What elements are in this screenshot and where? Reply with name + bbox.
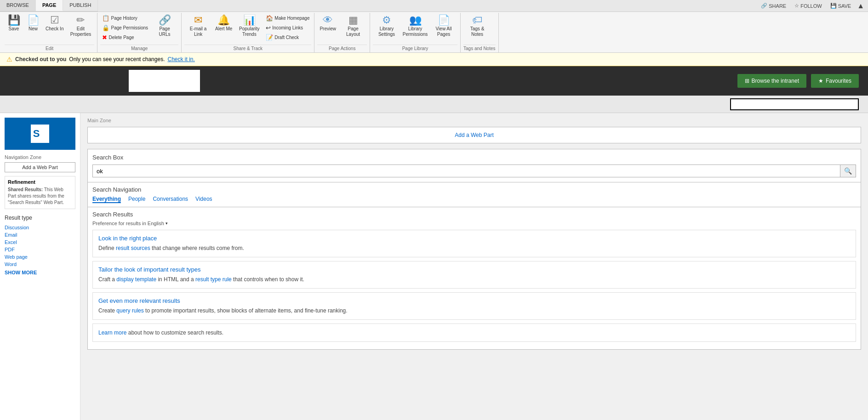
ribbon-collapse[interactable]: ▲ bbox=[857, 2, 864, 10]
alert-icon: 🔔 bbox=[217, 15, 230, 25]
delete-page-label: Delete Page bbox=[108, 35, 134, 40]
make-homepage-button[interactable]: 🏠 Make Homepage bbox=[264, 14, 311, 23]
card2-link1[interactable]: display template bbox=[116, 276, 156, 283]
page-layout-button[interactable]: ▦ Page Layout bbox=[339, 14, 367, 39]
search-nav-section: Search Navigation Everything People Conv… bbox=[87, 182, 861, 207]
alert-me-label: Alert Me bbox=[215, 26, 232, 32]
popularity-trends-label: Popularity Trends bbox=[238, 26, 261, 37]
nav-add-webpart-button[interactable]: Add a Web Part bbox=[5, 162, 75, 172]
result-type-webpage[interactable]: Web page bbox=[5, 253, 75, 261]
result-card-3-title[interactable]: Get even more relevant results bbox=[98, 297, 850, 304]
edit-properties-label: Edit Properties bbox=[69, 26, 92, 37]
main-layout: S ▶ Navigation Zone Add a Web Part Refin… bbox=[0, 113, 868, 420]
shared-results-label: Shared Results: bbox=[8, 187, 43, 192]
checkin-link[interactable]: Check it in. bbox=[167, 56, 194, 62]
follow-icon: ☆ bbox=[794, 3, 799, 9]
search-submit-button[interactable]: 🔍 bbox=[840, 165, 856, 177]
search-results-section: Search Results Preference for results in… bbox=[87, 207, 861, 350]
alert-me-button[interactable]: 🔔 Alert Me bbox=[213, 14, 234, 33]
card4-learn-more-link[interactable]: Learn more bbox=[98, 329, 126, 336]
tab-page[interactable]: PAGE bbox=[36, 0, 63, 11]
result-card-4-body: Learn more about how to customize search… bbox=[98, 329, 850, 337]
refinement-box: Refinement Shared Results: This Web Part… bbox=[5, 176, 75, 209]
nav-everything[interactable]: Everything bbox=[92, 196, 121, 203]
delete-page-button[interactable]: ✖ Delete Page bbox=[100, 33, 150, 42]
library-permissions-button[interactable]: 👥 Library Permissions bbox=[401, 14, 429, 39]
result-card-1-title[interactable]: Look in the right place bbox=[98, 235, 850, 242]
library-settings-button[interactable]: ⚙ Library Settings bbox=[373, 14, 400, 39]
edit-group-label: Edit bbox=[5, 45, 94, 52]
result-type-email[interactable]: Email bbox=[5, 231, 75, 238]
nav-conversations[interactable]: Conversations bbox=[153, 196, 188, 203]
card2-text-end: that controls when to show it. bbox=[232, 276, 304, 283]
card2-text-start: Craft a bbox=[98, 276, 116, 283]
favourites-button[interactable]: ★ Favourites bbox=[811, 74, 859, 88]
card3-text-mid: to promote important results, show block… bbox=[144, 307, 348, 314]
draft-check-button[interactable]: 📝 Draft Check bbox=[264, 33, 311, 42]
card1-text-start: Define bbox=[98, 245, 116, 251]
result-type-pdf[interactable]: PDF bbox=[5, 246, 75, 253]
search-box-section: Search Box 🔍 bbox=[87, 149, 861, 182]
make-homepage-label: Make Homepage bbox=[274, 16, 309, 21]
search-icon: 🔍 bbox=[844, 167, 852, 175]
preference-dropdown-arrow[interactable]: ▾ bbox=[166, 221, 168, 226]
preference-label: Preference for results in English bbox=[92, 221, 164, 226]
main-content: Main Zone Add a Web Part Search Box 🔍 Se… bbox=[80, 113, 868, 420]
nav-videos[interactable]: Videos bbox=[195, 196, 212, 203]
new-button[interactable]: 📄 New bbox=[24, 14, 42, 33]
ribbon-group-manage: 📋 Page History 🔒 Page Permissions ✖ Dele… bbox=[97, 13, 182, 52]
save-ribbon-button[interactable]: 💾 SAVE bbox=[828, 2, 854, 10]
sharepoint-logo: S ▶ bbox=[31, 125, 49, 143]
tags-notes-button[interactable]: 🏷 Tags & Notes bbox=[463, 14, 491, 39]
view-all-pages-button[interactable]: 📄 View All Pages bbox=[430, 14, 457, 39]
edit-properties-button[interactable]: ✏ Edit Properties bbox=[67, 14, 94, 39]
card2-link2[interactable]: result type rule bbox=[195, 276, 232, 283]
card1-link1[interactable]: result sources bbox=[116, 245, 150, 251]
page-history-button[interactable]: 📋 Page History bbox=[100, 14, 150, 23]
result-type-excel[interactable]: Excel bbox=[5, 238, 75, 246]
add-webpart-link[interactable]: Add a Web Part bbox=[455, 132, 494, 138]
follow-button[interactable]: ☆ FOLLOW bbox=[792, 2, 824, 10]
site-logo-box bbox=[129, 70, 200, 92]
tab-publish[interactable]: PUBLISH bbox=[63, 0, 98, 11]
card3-text-start: Create bbox=[98, 307, 116, 314]
result-card-2: Tailor the look of important result type… bbox=[92, 261, 856, 289]
ribbon-groups: 💾 Save 📄 New ☑ Check In ✏ Edit Propertie… bbox=[0, 12, 868, 52]
show-more-button[interactable]: SHOW MORE bbox=[5, 270, 75, 275]
edit-icon: ✏ bbox=[76, 15, 85, 25]
preview-button[interactable]: 👁 Preview bbox=[317, 14, 338, 33]
checkin-button[interactable]: ☑ Check In bbox=[43, 14, 66, 33]
browse-intranet-button[interactable]: ⊞ Browse the intranet bbox=[737, 74, 806, 88]
search-nav-title: Search Navigation bbox=[92, 186, 856, 193]
result-card-3: Get even more relevant results Create qu… bbox=[92, 292, 856, 320]
search-input[interactable] bbox=[93, 165, 840, 177]
preview-label: Preview bbox=[320, 26, 336, 32]
nav-people[interactable]: People bbox=[128, 196, 145, 203]
result-card-2-title[interactable]: Tailor the look of important result type… bbox=[98, 266, 850, 273]
ribbon-group-edit: 💾 Save 📄 New ☑ Check In ✏ Edit Propertie… bbox=[2, 13, 97, 52]
tab-browse[interactable]: BROWSE bbox=[0, 0, 36, 11]
browse-intranet-label: Browse the intranet bbox=[752, 78, 799, 84]
search-input-row: 🔍 bbox=[92, 165, 856, 177]
card1-text-mid: that change where results come from. bbox=[150, 245, 244, 251]
ribbon-group-pageactions: 👁 Preview ▦ Page Layout Page Actions bbox=[314, 13, 370, 52]
popularity-trends-button[interactable]: 📊 Popularity Trends bbox=[235, 14, 263, 39]
incoming-links-label: Incoming Links bbox=[272, 25, 303, 30]
card2-text-mid: in HTML and a bbox=[156, 276, 195, 283]
page-layout-icon: ▦ bbox=[348, 15, 358, 25]
notification-bar: ⚠ Checked out to you Only you can see yo… bbox=[0, 53, 868, 66]
email-link-button[interactable]: ✉ E-mail a Link bbox=[184, 14, 212, 39]
result-type-discussion[interactable]: Discussion bbox=[5, 224, 75, 231]
page-permissions-button[interactable]: 🔒 Page Permissions bbox=[100, 23, 150, 32]
save-ribbon-label: SAVE bbox=[838, 3, 851, 9]
sub-search-box[interactable] bbox=[730, 98, 859, 110]
checkin-icon: ☑ bbox=[50, 15, 59, 25]
result-type-word[interactable]: Word bbox=[5, 261, 75, 268]
share-button[interactable]: 🔗 SHARE bbox=[759, 2, 788, 10]
page-urls-button[interactable]: 🔗 Page URLs bbox=[151, 14, 178, 39]
library-permissions-label: Library Permissions bbox=[403, 26, 428, 37]
card3-link1[interactable]: query rules bbox=[116, 307, 143, 314]
incoming-links-button[interactable]: ↩ Incoming Links bbox=[264, 23, 311, 32]
save-button[interactable]: 💾 Save bbox=[5, 14, 23, 33]
sidebar: S ▶ Navigation Zone Add a Web Part Refin… bbox=[0, 113, 80, 420]
